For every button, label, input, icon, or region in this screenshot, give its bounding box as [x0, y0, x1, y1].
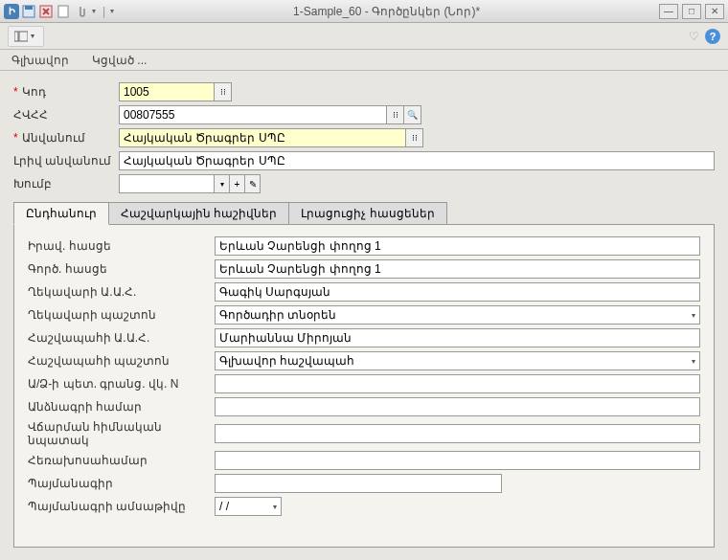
titlebar-dropdown-arrow[interactable]: ▾ — [90, 7, 98, 15]
svg-rect-3 — [58, 6, 68, 17]
toolbar: ▾ ♡ ? — [0, 23, 728, 50]
label-name: Անվանում — [22, 131, 85, 145]
content: *Կոդ ⁝⁝ ՀՎՀՀ ⁝⁝ 🔍 *Անվանում ⁝⁝ Լրիվ անվա… — [0, 71, 728, 560]
input-code[interactable] — [119, 82, 215, 101]
label-contract-date: Պայմանագրի ամսաթիվը — [28, 500, 215, 513]
input-passport[interactable] — [215, 397, 700, 416]
tabs-container: Ընդհանուր Հաշվարկային հաշիվներ Լրացուցիչ… — [13, 201, 715, 548]
heart-icon[interactable]: ♡ — [689, 30, 699, 43]
window-controls: — □ ✕ — [659, 4, 724, 19]
minimize-button[interactable]: — — [659, 4, 678, 19]
row-group: Խումբ ▾ + ✎ — [13, 174, 715, 193]
row-name: *Անվանում ⁝⁝ — [13, 128, 715, 147]
input-contract-date[interactable]: / /▾ — [215, 497, 282, 516]
input-contract[interactable] — [215, 474, 502, 493]
doc-icon[interactable] — [56, 4, 71, 19]
input-payment[interactable] — [215, 424, 700, 443]
input-cert[interactable] — [215, 374, 700, 393]
close-button[interactable]: ✕ — [705, 4, 724, 19]
hvhh-search-button[interactable]: 🔍 — [404, 105, 421, 124]
label-accountant-name: Հաշվապահի Ա.Ա.Հ. — [28, 331, 215, 345]
input-name[interactable] — [119, 128, 406, 147]
label-cert: Ա/Ձ-ի պետ. գրանց. վկ. N — [28, 377, 215, 391]
chevron-down-icon: ▾ — [692, 357, 695, 366]
select-accountant-pos[interactable]: Գլխավոր հաշվապահ▾ — [215, 351, 700, 370]
row-hvhh: ՀՎՀՀ ⁝⁝ 🔍 — [13, 105, 715, 124]
select-director-pos[interactable]: Գործադիր տնօրեն▾ — [215, 305, 700, 325]
label-payment: Վճարման հիմնական նպատակ — [28, 420, 215, 447]
attach-icon[interactable] — [73, 4, 88, 19]
input-director-name[interactable] — [215, 282, 700, 302]
label-contract: Պայմանագիր — [28, 477, 215, 490]
label-director-name: Ղեկավարի Ա.Ա.Հ. — [28, 285, 215, 299]
label-fullname: Լրիվ անվանում — [13, 154, 111, 168]
name-picker-button[interactable]: ⁝⁝ — [406, 128, 423, 147]
svg-rect-1 — [25, 6, 33, 10]
titlebar-icons: Ի ▾ | ▾ — [4, 4, 114, 19]
hvhh-picker-button[interactable]: ⁝⁝ — [387, 105, 404, 124]
label-legal-addr: Իրավ. հասցե — [28, 239, 215, 253]
required-mark: * — [13, 131, 18, 145]
required-mark: * — [13, 85, 18, 99]
label-passport: Անձնագրի համար — [28, 400, 215, 414]
window-title: 1-Sample_60 - Գործընկեր (Նոր)* — [114, 5, 659, 18]
delete-icon[interactable] — [38, 4, 54, 19]
tab-panel-general: Իրավ. հասցե Գործ. հասցե Ղեկավարի Ա.Ա.Հ. … — [13, 224, 715, 548]
help-icon[interactable]: ? — [705, 29, 720, 44]
label-accountant-pos: Հաշվապահի պաշտոն — [28, 354, 215, 368]
row-fullname: Լրիվ անվանում — [13, 151, 715, 170]
menu-main[interactable]: Գլխավոր — [11, 54, 69, 67]
row-code: *Կոդ ⁝⁝ — [13, 82, 715, 101]
label-hvhh: ՀՎՀՀ — [13, 108, 48, 122]
tab-headers: Ընդհանուր Հաշվարկային հաշիվներ Լրացուցիչ… — [13, 202, 715, 225]
code-picker-button[interactable]: ⁝⁝ — [215, 82, 232, 101]
save-icon[interactable] — [21, 4, 36, 19]
menu-attached[interactable]: Կցված ... — [92, 54, 147, 67]
svg-rect-4 — [14, 32, 18, 41]
label-director-pos: Ղեկավարի պաշտոն — [28, 308, 215, 322]
svg-rect-5 — [19, 32, 28, 41]
maximize-button[interactable]: □ — [682, 4, 701, 19]
input-hvhh[interactable] — [119, 105, 387, 124]
view-dropdown-button[interactable]: ▾ — [8, 26, 44, 47]
tab-general[interactable]: Ընդհանուր — [13, 202, 109, 225]
label-code: Կոդ — [22, 85, 46, 99]
tab-addresses[interactable]: Լրացուցիչ հասցեներ — [288, 202, 446, 225]
input-group[interactable] — [119, 174, 215, 193]
input-fullname[interactable] — [119, 151, 715, 170]
group-dropdown-button[interactable]: ▾ — [215, 174, 230, 193]
label-phone: Հեռախոսահամար — [28, 454, 215, 467]
label-group: Խումբ — [13, 177, 52, 190]
input-phone[interactable] — [215, 451, 700, 470]
chevron-down-icon: ▾ — [273, 503, 277, 511]
menubar: Գլխավոր Կցված ... — [0, 50, 728, 71]
titlebar: Ի ▾ | ▾ 1-Sample_60 - Գործընկեր (Նոր)* —… — [0, 0, 728, 23]
group-edit-button[interactable]: ✎ — [245, 174, 261, 193]
label-biz-addr: Գործ. հասցե — [28, 262, 215, 276]
app-icon: Ի — [4, 4, 19, 19]
chevron-down-icon: ▾ — [692, 311, 695, 320]
input-legal-addr[interactable] — [215, 236, 700, 256]
input-accountant-name[interactable] — [215, 328, 700, 347]
group-add-button[interactable]: + — [230, 174, 245, 193]
input-biz-addr[interactable] — [215, 259, 700, 279]
tab-accounts[interactable]: Հաշվարկային հաշիվներ — [108, 202, 289, 225]
